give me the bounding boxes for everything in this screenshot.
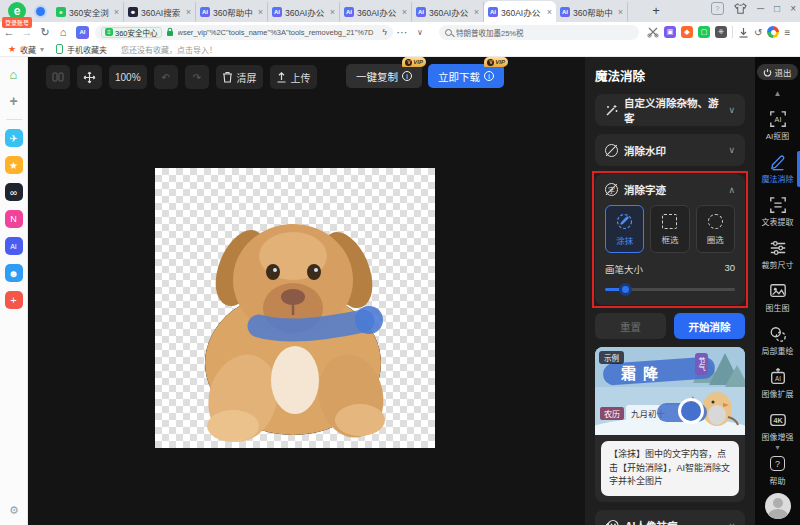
browser-tab[interactable]: AI 360帮助中 × (196, 2, 268, 22)
tab-favicon-chat: ☻ (128, 7, 138, 17)
bolt-icon[interactable]: ϟ (382, 27, 387, 37)
vr-glasses-icon[interactable]: ∞ (5, 183, 23, 201)
rail-item-partial-redraw[interactable]: 局部重绘 (755, 325, 800, 356)
section-watermark[interactable]: 消除水印 ∨ (595, 134, 745, 166)
section-handwriting-header[interactable]: 字 消除字迹 ∧ (605, 182, 735, 197)
download-manager-icon[interactable] (738, 27, 749, 38)
image-enhance-icon: 4K (769, 411, 787, 429)
address-bar[interactable]: ≡360安全中心 wser_vip"%2C"tools_name"%3A"too… (95, 25, 393, 40)
ai-assistant-icon[interactable]: AI (5, 237, 23, 255)
rail-item-img2img[interactable]: 图生图 (755, 282, 800, 313)
example-calendar-label: 农历 (600, 407, 624, 420)
clear-canvas-button[interactable]: 清屏 (216, 65, 263, 89)
image-canvas[interactable] (155, 168, 435, 448)
browser-tab[interactable]: AI 360AI办公 × (412, 2, 484, 22)
tool-lasso[interactable]: 圈选 (696, 205, 735, 253)
settings-gear-icon[interactable]: ⚙ (0, 504, 28, 517)
scroll-down-icon[interactable]: ▾ (775, 443, 779, 452)
redo-button[interactable]: ↷ (185, 65, 209, 89)
tab-close-icon[interactable]: × (114, 7, 119, 17)
tab-close-icon[interactable]: × (330, 7, 335, 17)
tab-close-icon[interactable]: × (474, 7, 479, 17)
browser-tab[interactable]: e 360安全浏 × (52, 2, 124, 22)
rail-item-magic-erase[interactable]: 魔法消除 (755, 153, 800, 184)
browser-tab[interactable]: AI 360AI办公 × (268, 2, 340, 22)
browser-tab[interactable]: AI 360AI办公 × (340, 2, 412, 22)
rail-item-text-extract[interactable]: 文表提取 (755, 196, 800, 227)
vip-badge: VVIP (402, 57, 426, 67)
start-erase-button[interactable]: 开始消除 (674, 313, 745, 339)
favorites-caret-icon[interactable]: ▾ (40, 45, 44, 54)
game-icon[interactable]: + (5, 291, 23, 309)
tab-close-icon[interactable]: × (186, 7, 191, 17)
workspace-icon[interactable]: ? (711, 2, 724, 15)
maximize-icon[interactable]: □ (774, 3, 780, 14)
rail-item-image-enhance[interactable]: 4K 图像增强 (755, 411, 800, 442)
move-button[interactable] (77, 65, 102, 89)
home-icon[interactable]: ⌂ (54, 26, 72, 38)
compare-button[interactable] (46, 65, 70, 89)
text-extract-icon (769, 196, 787, 214)
ai-nav-icon[interactable]: N (5, 210, 23, 228)
extension-purple-icon[interactable]: ▣ (664, 26, 676, 38)
browser-tab[interactable]: AI 360帮助中 × (556, 2, 628, 22)
browser-tab[interactable]: AI 360AI办公 × (484, 1, 556, 22)
security-badge[interactable]: ≡360安全中心 (101, 27, 162, 38)
divider (6, 119, 22, 120)
partial-redraw-icon (769, 325, 787, 343)
extension-green-icon[interactable]: ▢ (698, 26, 710, 38)
tool-brush[interactable]: 涂抹 (605, 205, 644, 253)
minimize-icon[interactable]: ─ (757, 3, 764, 14)
exit-button[interactable]: 退出 (757, 64, 797, 80)
dropdown-icon[interactable]: ∨ (411, 28, 429, 37)
tool-rect-select[interactable]: 框选 (650, 205, 689, 253)
section-acne[interactable]: AI人像祛痘 ∨ (595, 510, 745, 525)
refresh-icon[interactable]: ↻ (36, 26, 54, 39)
tab-close-icon[interactable]: × (258, 7, 263, 17)
slider-thumb[interactable] (619, 283, 632, 296)
favorites-icon[interactable]: ★ (5, 156, 23, 174)
browser-tab[interactable]: ☻ 360AI搜索 × (124, 2, 196, 22)
screenshot-scissors-icon[interactable] (647, 26, 659, 38)
browser-wheel-icon[interactable] (767, 26, 779, 38)
add-icon[interactable]: + (5, 92, 23, 110)
copy-button[interactable]: 一键复制i VVIP (346, 64, 422, 88)
security-badge-icon: ≡ (105, 28, 113, 36)
rail-item-label: AI抠图 (766, 130, 790, 141)
login-badge[interactable]: 登录账号 (2, 17, 32, 28)
user-avatar[interactable] (765, 493, 791, 519)
extension-game-icon[interactable]: ◆ (681, 26, 693, 38)
zoom-level[interactable]: 100% (109, 65, 147, 89)
tab-close-icon[interactable]: × (618, 7, 623, 17)
rail-item-ai-cutout[interactable]: AI AI抠图 (755, 110, 800, 141)
session-restore-icon[interactable]: ↺ (754, 27, 762, 38)
favorite-star-icon[interactable]: ★ (8, 44, 16, 54)
more-icon[interactable]: ⋯ (393, 26, 411, 39)
bookmarks-bar: ★ 收藏 ▾ 手机收藏夹 您还没有收藏，点击导入！ (0, 42, 800, 57)
section-custom-erase[interactable]: 自定义消除杂物、游客 ∨ (595, 94, 745, 126)
menu-icon[interactable]: ≡ (784, 27, 790, 38)
new-tab-button[interactable]: + (648, 3, 664, 19)
pinned-extension-icon[interactable] (34, 5, 47, 18)
theme-icon[interactable] (734, 2, 747, 15)
rail-item-crop-size[interactable]: 裁剪尺寸 (755, 239, 800, 270)
undo-button[interactable]: ↶ (154, 65, 178, 89)
nav-app-icon[interactable]: ✈ (5, 129, 23, 147)
home-icon[interactable]: ⌂ (5, 65, 23, 83)
close-icon[interactable]: × (790, 3, 796, 14)
rail-item-image-expand[interactable]: AI 图像扩展 (755, 368, 800, 399)
tab-close-icon[interactable]: × (402, 7, 407, 17)
upload-button[interactable]: 上传 (270, 65, 317, 89)
favorites-label[interactable]: 收藏 (20, 44, 36, 55)
robot-icon[interactable]: ☻ (5, 264, 23, 282)
brush-size-slider[interactable] (605, 283, 735, 295)
tab-close-icon[interactable]: × (547, 7, 552, 17)
extensions-puzzle-icon[interactable]: ⁜ (715, 26, 727, 38)
phone-favorites-label[interactable]: 手机收藏夹 (67, 44, 107, 55)
reset-button[interactable]: 重置 (595, 313, 666, 339)
help-icon[interactable]: ? (770, 456, 785, 471)
download-button[interactable]: 立即下载i VVIP (428, 64, 504, 88)
scroll-up-icon[interactable]: ▲ (774, 89, 782, 98)
bookmarks-hint[interactable]: 您还没有收藏，点击导入！ (121, 44, 217, 55)
search-input[interactable]: 特朗普收加墨25%税 (439, 25, 639, 40)
